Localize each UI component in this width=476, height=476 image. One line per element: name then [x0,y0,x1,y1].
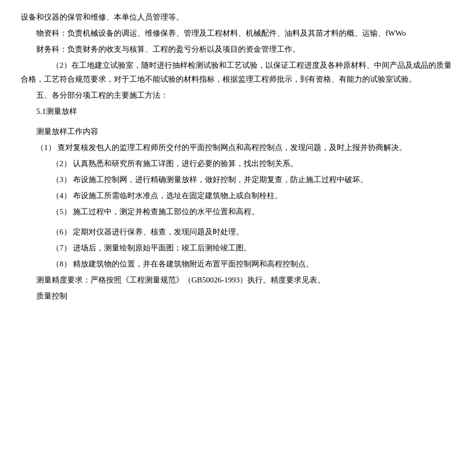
para-14: （7） 进场后，测量绘制原始平面图；竣工后测绘竣工图。 [21,241,455,255]
para-10: （3） 布设施工控制网，进行精确测量放样，做好控制，并定期复查，防止施工过程中破… [21,173,455,187]
text-4: （2）在工地建立试验室，随时进行抽样检测试验和工艺试验，以保证工程进度及各种原材… [21,61,452,83]
para-12: （5） 施工过程中，测定并检查施工部位的水平位置和高程。 [21,205,455,219]
text-5: 五、各分部分项工程的主要施工方法： [36,91,168,99]
text-2: 物资科：负责机械设备的调运、维修保养、管理及工程材料、机械配件、油料及其苗才料的… [36,29,406,37]
text-16: 测量精度要求：严格按照《工程测量规范》（GB50026-1993）执行。精度要求… [36,276,325,284]
para-7: 测量放样工作内容 [21,125,455,139]
para-17: 质量控制 [21,289,455,303]
para-16: 测量精度要求：严格按照《工程测量规范》（GB50026-1993）执行。精度要求… [21,273,455,287]
para-5-section-title: 五、各分部分项工程的主要施工方法： [21,88,455,102]
text-12: （5） 施工过程中，测定并检查施工部位的水平位置和高程。 [52,207,259,216]
para-15: （8） 精放建筑物的位置，并在各建筑物附近布置平面控制网和高程控制点。 [21,257,455,271]
text-14: （7） 进场后，测量绘制原始平面图；竣工后测绘竣工图。 [52,244,251,252]
para-2: 物资科：负责机械设备的调运、维修保养、管理及工程材料、机械配件、油料及其苗才料的… [21,26,455,40]
para-9: （2） 认真熟悉和研究所有施工详图，进行必要的验算，找出控制关系。 [21,157,455,171]
para-1: 设备和仪器的保管和维修、本单位人员管理等。 [21,10,455,24]
text-7: 测量放样工作内容 [36,127,98,136]
document-content: 设备和仪器的保管和维修、本单位人员管理等。 物资科：负责机械设备的调运、维修保养… [21,10,455,303]
text-15: （8） 精放建筑物的位置，并在各建筑物附近布置平面控制网和高程控制点。 [52,260,314,268]
text-11: （4） 布设施工所需临时水准点，选址在固定建筑物上或自制栓柱。 [52,191,282,200]
para-4: （2）在工地建立试验室，随时进行抽样检测试验和工艺试验，以保证工程进度及各种原材… [21,58,455,86]
text-10: （3） 布设施工控制网，进行精确测量放样，做好控制，并定期复查，防止施工过程中破… [52,175,368,184]
text-3: 财务科：负责财务的收支与核算、工程的盈亏分析以及项目的资金管理工作。 [36,45,300,53]
para-11: （4） 布设施工所需临时水准点，选址在固定建筑物上或自制栓柱。 [21,189,455,203]
text-9: （2） 认真熟悉和研究所有施工详图，进行必要的验算，找出控制关系。 [52,159,298,168]
para-6-subtitle: 5.1测量放样 [21,105,455,118]
para-13: （6） 定期对仪器进行保养、核查，发现问题及时处理。 [21,225,455,239]
text-13: （6） 定期对仪器进行保养、核查，发现问题及时处理。 [52,228,244,236]
text-8: （1） 查对复核发包人的监理工程师所交付的平面控制网点和高程控制点，发现问题，及… [36,143,407,152]
text-17: 质量控制 [36,292,67,300]
text-1: 设备和仪器的保管和维修、本单位人员管理等。 [21,13,184,21]
para-3: 财务科：负责财务的收支与核算、工程的盈亏分析以及项目的资金管理工作。 [21,42,455,56]
blank-line-2 [21,221,455,225]
text-6: 5.1测量放样 [36,107,77,115]
para-8: （1） 查对复核发包人的监理工程师所交付的平面控制网点和高程控制点，发现问题，及… [21,141,455,155]
blank-line-1 [21,121,455,125]
